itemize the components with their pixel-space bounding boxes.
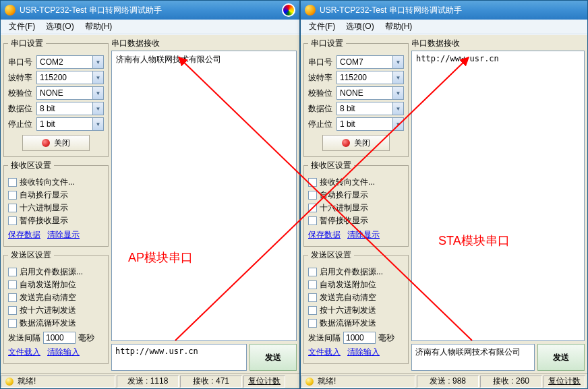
reset-counter-link[interactable]: 复位计数 <box>243 376 285 388</box>
send-button[interactable]: 发送 <box>249 344 297 371</box>
recv-settings-legend: 接收区设置 <box>308 160 354 171</box>
rainbow-icon <box>282 3 295 17</box>
baud-combo[interactable]: 115200▼ <box>336 71 404 84</box>
databits-label: 数据位 <box>308 103 336 115</box>
checkbox-hexsend[interactable] <box>308 306 317 315</box>
parity-combo[interactable]: NONE▼ <box>36 86 104 100</box>
databits-combo[interactable]: 8 bit▼ <box>336 102 404 115</box>
recv-settings-legend: 接收区设置 <box>8 160 54 171</box>
status-ready: 就绪! <box>318 376 336 387</box>
menu-file[interactable]: 文件(F) <box>303 20 341 34</box>
baud-label: 波特率 <box>308 72 336 84</box>
baud-label: 波特率 <box>8 72 36 84</box>
chevron-down-icon[interactable]: ▼ <box>92 87 103 99</box>
statusbar: 就绪! 发送 : 988 接收 : 260 复位计数 <box>301 373 587 388</box>
send-settings-group: 发送区设置 启用文件数据源... 自动发送附加位 发送完自动清空 按十六进制发送… <box>3 249 109 364</box>
close-port-button[interactable]: 关闭 <box>322 135 390 151</box>
statusbar: 就绪! 发送 : 1118 接收 : 471 复位计数 <box>1 373 299 388</box>
recv-textarea[interactable]: http://www.usr.cn <box>411 51 585 341</box>
checkbox-fromfile[interactable] <box>308 268 317 276</box>
stopbits-label: 停止位 <box>308 119 336 130</box>
clear-input-link[interactable]: 清除输入 <box>347 347 380 357</box>
checkbox-fromfile[interactable] <box>8 268 17 276</box>
checkbox-tofile[interactable] <box>8 178 17 187</box>
send-settings-legend: 发送区设置 <box>8 249 54 261</box>
recv-textarea[interactable]: 济南有人物联网技术有限公司 <box>111 51 297 341</box>
checkbox-loop[interactable] <box>308 319 317 328</box>
menu-file[interactable]: 文件(F) <box>3 20 40 34</box>
checkbox-hexsend[interactable] <box>8 306 17 315</box>
menu-options[interactable]: 选项(O) <box>341 20 379 34</box>
send-settings-group: 发送区设置 启用文件数据源... 自动发送附加位 发送完自动清空 按十六进制发送… <box>303 249 409 364</box>
send-settings-legend: 发送区设置 <box>308 249 354 261</box>
recv-area-label: 串口数据接收 <box>111 38 297 49</box>
send-button[interactable]: 发送 <box>537 344 585 371</box>
parity-label: 校验位 <box>8 88 36 99</box>
send-textarea[interactable]: http://www.usr.cn <box>111 344 247 371</box>
close-port-button[interactable]: 关闭 <box>22 135 90 151</box>
recv-area-label: 串口数据接收 <box>411 38 585 49</box>
clear-display-link[interactable]: 清除显示 <box>47 230 80 239</box>
right-app-window: USR-TCP232-Test 串口转网络调试助手 文件(F) 选项(O) 帮助… <box>300 0 588 389</box>
interval-label: 发送间隔 <box>8 332 40 344</box>
file-load-link[interactable]: 文件载入 <box>8 347 40 357</box>
chevron-down-icon[interactable]: ▼ <box>392 87 403 99</box>
parity-combo[interactable]: NONE▼ <box>336 86 404 100</box>
chevron-down-icon[interactable]: ▼ <box>392 71 403 84</box>
reset-counter-link[interactable]: 复位计数 <box>543 376 585 388</box>
checkbox-autoclr[interactable] <box>8 293 17 302</box>
app-icon <box>5 5 16 16</box>
port-combo[interactable]: COM2▼ <box>36 55 104 69</box>
checkbox-loop[interactable] <box>8 319 17 328</box>
chevron-down-icon[interactable]: ▼ <box>92 71 103 84</box>
titlebar[interactable]: USR-TCP232-Test 串口转网络调试助手 <box>301 1 587 20</box>
interval-unit: 毫秒 <box>378 332 394 344</box>
databits-combo[interactable]: 8 bit▼ <box>36 102 104 115</box>
serial-settings-legend: 串口设置 <box>308 38 346 49</box>
checkbox-autoclr[interactable] <box>308 293 317 302</box>
stopbits-combo[interactable]: 1 bit▼ <box>36 117 104 131</box>
menu-options[interactable]: 选项(O) <box>40 20 79 34</box>
chevron-down-icon[interactable]: ▼ <box>392 102 403 115</box>
menu-help[interactable]: 帮助(H) <box>380 20 418 34</box>
recv-settings-group: 接收区设置 接收转向文件... 自动换行显示 十六进制显示 暂停接收显示 保存数… <box>3 160 109 247</box>
status-tx: 发送 : 988 <box>417 376 479 388</box>
stopbits-combo[interactable]: 1 bit▼ <box>336 117 404 131</box>
chevron-down-icon[interactable]: ▼ <box>92 56 103 68</box>
status-rx: 接收 : 260 <box>480 376 542 388</box>
checkbox-hex[interactable] <box>308 204 317 212</box>
checkbox-autowrap[interactable] <box>8 191 17 200</box>
parity-label: 校验位 <box>308 88 336 99</box>
file-load-link[interactable]: 文件载入 <box>308 347 341 357</box>
databits-label: 数据位 <box>8 103 36 115</box>
chevron-down-icon[interactable]: ▼ <box>92 118 103 130</box>
save-data-link[interactable]: 保存数据 <box>8 230 40 239</box>
interval-label: 发送间隔 <box>308 332 341 344</box>
status-ready: 就绪! <box>18 376 36 387</box>
checkbox-tofile[interactable] <box>308 178 317 187</box>
save-data-link[interactable]: 保存数据 <box>308 230 341 239</box>
menu-help[interactable]: 帮助(H) <box>80 20 118 34</box>
interval-input[interactable]: 1000 <box>343 332 376 344</box>
checkbox-append[interactable] <box>308 280 317 289</box>
port-combo[interactable]: COM7▼ <box>336 55 404 69</box>
checkbox-hex[interactable] <box>8 204 17 212</box>
serial-settings-group: 串口设置 串口号 COM2▼ 波特率 115200▼ 校验位 NONE▼ 数据位… <box>3 38 109 157</box>
checkbox-pause[interactable] <box>8 216 17 225</box>
checkbox-autowrap[interactable] <box>308 191 317 200</box>
chevron-down-icon[interactable]: ▼ <box>392 118 403 130</box>
chevron-down-icon[interactable]: ▼ <box>392 56 403 68</box>
titlebar[interactable]: USR-TCP232-Test 串口转网络调试助手 <box>1 1 299 20</box>
checkbox-pause[interactable] <box>308 216 317 225</box>
window-title: USR-TCP232-Test 串口转网络调试助手 <box>20 5 279 16</box>
clear-input-link[interactable]: 清除输入 <box>47 347 80 357</box>
checkbox-append[interactable] <box>8 280 17 289</box>
clear-display-link[interactable]: 清除显示 <box>347 230 380 239</box>
chevron-down-icon[interactable]: ▼ <box>92 102 103 115</box>
interval-input[interactable]: 1000 <box>43 332 76 344</box>
baud-combo[interactable]: 115200▼ <box>36 71 104 84</box>
left-app-window: USR-TCP232-Test 串口转网络调试助手 文件(F) 选项(O) 帮助… <box>0 0 300 389</box>
bulb-icon <box>305 378 314 386</box>
status-rx: 接收 : 471 <box>180 376 242 388</box>
send-textarea[interactable]: 济南有人物联网技术有限公司 <box>411 344 535 371</box>
